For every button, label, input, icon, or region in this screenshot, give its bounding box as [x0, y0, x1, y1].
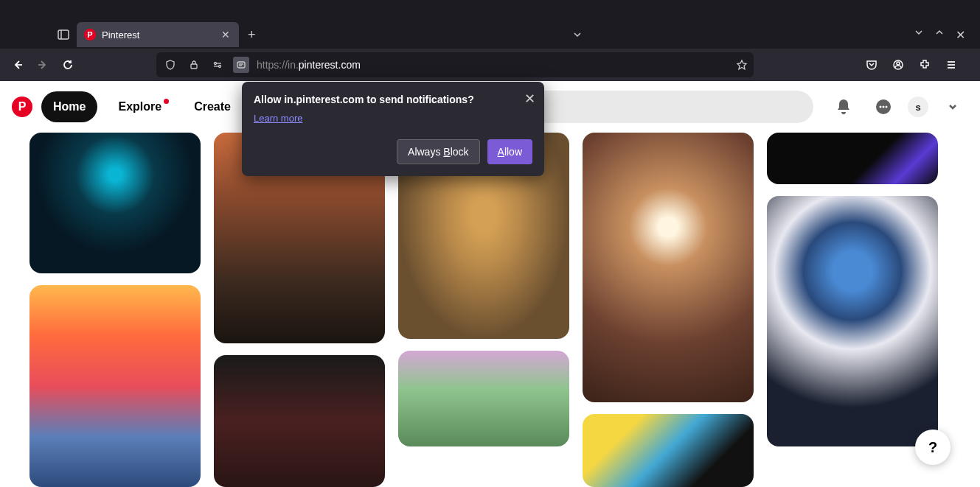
- back-button[interactable]: [7, 55, 28, 75]
- popup-title: Allow in.pinterest.com to send notificat…: [254, 94, 532, 105]
- messages-icon[interactable]: [868, 91, 899, 122]
- nav-home[interactable]: Home: [41, 91, 97, 122]
- user-avatar[interactable]: s: [908, 97, 928, 117]
- svg-point-20: [883, 106, 885, 108]
- svg-point-19: [880, 106, 882, 108]
- account-dropdown-icon[interactable]: [937, 91, 968, 122]
- pin-image[interactable]: [214, 355, 385, 487]
- reload-button[interactable]: [58, 55, 78, 75]
- svg-point-21: [886, 106, 888, 108]
- svg-marker-12: [737, 60, 746, 69]
- pin-image[interactable]: [29, 285, 201, 487]
- svg-rect-9: [237, 62, 245, 68]
- close-popup-icon[interactable]: ✕: [524, 91, 535, 107]
- browser-tab[interactable]: P Pinterest ✕: [77, 22, 239, 47]
- maximize-icon[interactable]: [935, 28, 944, 42]
- close-tab-icon[interactable]: ✕: [220, 27, 232, 42]
- notifications-bell-icon[interactable]: [828, 91, 859, 122]
- pin-image[interactable]: [29, 133, 201, 273]
- svg-rect-4: [191, 64, 197, 69]
- svg-rect-0: [58, 30, 69, 39]
- nav-create[interactable]: Create: [182, 91, 243, 122]
- pin-image[interactable]: [398, 351, 569, 446]
- tab-title: Pinterest: [102, 29, 220, 41]
- help-button[interactable]: ?: [915, 430, 951, 465]
- minimize-icon[interactable]: [914, 28, 923, 42]
- pin-grid: [0, 133, 980, 487]
- sidebar-toggle-icon[interactable]: [58, 29, 69, 41]
- bookmark-star-icon[interactable]: [736, 59, 748, 71]
- pinterest-favicon: P: [84, 29, 96, 41]
- learn-more-link[interactable]: Learn more: [254, 113, 302, 124]
- pocket-icon[interactable]: [861, 55, 882, 75]
- forward-button[interactable]: [32, 55, 53, 75]
- account-icon[interactable]: [888, 55, 908, 75]
- svg-point-14: [897, 62, 900, 65]
- always-block-button[interactable]: Always Block: [397, 139, 479, 164]
- notification-permission-icon[interactable]: [233, 57, 249, 73]
- nav-explore[interactable]: Explore: [106, 91, 173, 122]
- pin-image[interactable]: [767, 133, 938, 184]
- url-text: https://in.pinterest.com: [257, 59, 736, 71]
- permissions-icon[interactable]: [209, 57, 226, 73]
- nav-bar: https://in.pinterest.com: [0, 49, 980, 81]
- url-bar[interactable]: https://in.pinterest.com: [156, 52, 754, 77]
- tab-bar: P Pinterest ✕ + ✕: [0, 21, 980, 49]
- svg-point-5: [215, 63, 217, 65]
- extensions-icon[interactable]: [914, 55, 935, 75]
- menu-icon[interactable]: [941, 55, 962, 75]
- pin-image[interactable]: [583, 133, 754, 402]
- svg-point-7: [219, 66, 221, 68]
- notification-permission-popup: ✕ Allow in.pinterest.com to send notific…: [242, 82, 544, 176]
- new-tab-button[interactable]: +: [248, 27, 256, 43]
- lock-icon[interactable]: [186, 57, 202, 73]
- window-controls: ✕: [914, 28, 974, 42]
- pin-image[interactable]: [583, 414, 754, 487]
- pinterest-logo[interactable]: P: [12, 97, 32, 117]
- shield-icon[interactable]: [162, 57, 178, 73]
- allow-button[interactable]: Allow: [487, 139, 532, 164]
- tabs-dropdown-icon[interactable]: [572, 29, 583, 40]
- close-window-icon[interactable]: ✕: [956, 28, 965, 42]
- pin-image[interactable]: [767, 196, 938, 446]
